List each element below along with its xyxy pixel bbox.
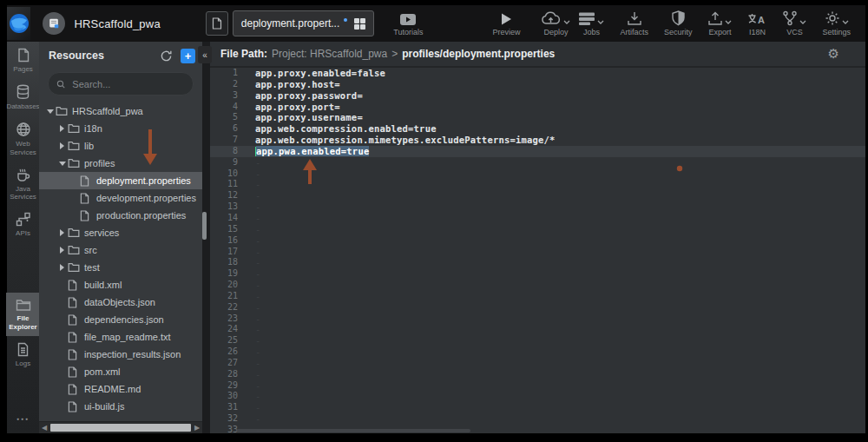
scrollbar-thumb[interactable] xyxy=(50,424,191,432)
i18n-button[interactable]: A I18N xyxy=(740,10,774,36)
sidebar-item-logs[interactable]: Logs xyxy=(6,336,40,373)
sidebar-item-databases[interactable]: Databases xyxy=(6,78,40,115)
tree-item-i18n[interactable]: i18n xyxy=(39,120,202,137)
tree-item-lib[interactable]: lib xyxy=(39,137,202,155)
settings-button[interactable]: Settings xyxy=(814,10,858,36)
sidebar-item-java-services[interactable]: Java Services xyxy=(6,162,40,206)
search-input[interactable] xyxy=(70,78,185,90)
tree-item-test[interactable]: test xyxy=(39,259,202,276)
collapse-panel-button[interactable]: « xyxy=(198,46,212,63)
code-line-4[interactable]: 4app.proxy.port= xyxy=(210,102,865,113)
artifacts-button[interactable]: Artifacts xyxy=(612,10,656,36)
code-line-28[interactable]: 28- xyxy=(210,369,865,380)
code-line-17[interactable]: 17- xyxy=(210,247,865,258)
code-line-20[interactable]: 20- xyxy=(210,280,865,291)
tree-item-services[interactable]: services xyxy=(39,224,202,241)
tree-item-deployment-properties[interactable]: deployment.properties xyxy=(39,172,202,189)
chevron-right-icon[interactable] xyxy=(56,125,68,132)
code-line-31[interactable]: 31- xyxy=(210,402,865,413)
code-line-12[interactable]: 12- xyxy=(210,190,865,201)
preview-button[interactable]: Preview xyxy=(492,10,520,36)
code-line-15[interactable]: 15- xyxy=(210,224,865,235)
code-line-8[interactable]: 8app.pwa.enabled=true xyxy=(210,146,865,157)
grid-icon[interactable] xyxy=(354,18,365,30)
code-line-24[interactable]: 24- xyxy=(210,324,865,335)
deploy-button[interactable]: Deploy xyxy=(541,10,570,36)
code-line-23[interactable]: 23- xyxy=(210,313,865,325)
project-switcher[interactable]: HRScaffold_pwa xyxy=(43,12,160,35)
tree-item-pom-xml[interactable]: pom.xml xyxy=(39,363,202,380)
code-line-11[interactable]: 11- xyxy=(210,179,865,190)
code-editor[interactable]: 1app.proxy.enabled=false2app.proxy.host=… xyxy=(210,68,865,433)
resources-horizontal-scrollbar[interactable]: ◀ ▶ xyxy=(39,421,202,433)
export-button[interactable]: Export xyxy=(700,10,740,36)
tree-item-inspection-results-json[interactable]: inspection_results.json xyxy=(39,346,202,363)
chevron-right-icon[interactable] xyxy=(56,247,68,254)
code-line-7[interactable]: 7app.web.compression.mimetypes.excludePa… xyxy=(210,135,865,146)
tree-item-ui-build-js[interactable]: ui-build.js xyxy=(39,398,202,415)
code-line-25[interactable]: 25- xyxy=(210,335,865,346)
panel-divider[interactable]: « xyxy=(202,42,210,433)
resource-search[interactable] xyxy=(48,72,194,96)
chevron-down-icon[interactable] xyxy=(56,162,68,166)
code-line-3[interactable]: 3app.proxy.password= xyxy=(210,90,865,102)
jobs-button[interactable]: Jobs xyxy=(570,10,612,36)
code-line-1[interactable]: 1app.proxy.enabled=false xyxy=(210,68,865,79)
ellipsis-icon[interactable]: ●●● xyxy=(16,416,30,421)
toolbar-label: Artifacts xyxy=(620,28,648,36)
tree-item-production-properties[interactable]: production.properties xyxy=(39,207,202,224)
code-line-5[interactable]: 5app.proxy.username= xyxy=(210,112,865,123)
tree-item-src[interactable]: src xyxy=(39,241,202,259)
code-line-14[interactable]: 14- xyxy=(210,213,865,224)
tree-item-build-xml[interactable]: build.xml xyxy=(39,276,202,294)
code-line-26[interactable]: 26- xyxy=(210,346,865,358)
code-line-21[interactable]: 21- xyxy=(210,291,865,302)
open-file-tab[interactable]: deployment.propert... xyxy=(233,10,374,36)
code-line-22[interactable]: 22- xyxy=(210,302,865,313)
code-line-10[interactable]: 10- xyxy=(210,168,865,180)
line-number: 27 xyxy=(210,358,244,369)
editor-settings-gear-icon[interactable]: ⚙ xyxy=(828,46,839,62)
code-line-16[interactable]: 16- xyxy=(210,235,865,247)
file-tab-doc-icon-button[interactable] xyxy=(206,11,228,36)
code-line-30[interactable]: 30- xyxy=(210,391,865,402)
folder-icon xyxy=(68,158,81,168)
code-line-32[interactable]: 32- xyxy=(210,413,865,425)
tutorials-button[interactable]: Tutorials xyxy=(393,10,423,36)
code-line-18[interactable]: 18- xyxy=(210,257,865,268)
tree-item-dataobjects-json[interactable]: dataObjects.json xyxy=(39,294,202,311)
tree-item-profiles[interactable]: profiles xyxy=(39,155,202,172)
code-line-9[interactable]: 9- xyxy=(210,157,865,168)
scroll-right-arrow-icon[interactable]: ▶ xyxy=(192,422,202,433)
tree-item-development-properties[interactable]: development.properties xyxy=(39,189,202,207)
tree-item-hrscaffold-pwa[interactable]: HRScaffold_pwa xyxy=(39,102,202,120)
tree-item-readme-md[interactable]: README.md xyxy=(39,380,202,398)
code-line-6[interactable]: 6app.web.compression.enabled=true xyxy=(210,123,865,135)
chevron-right-icon[interactable] xyxy=(56,142,68,149)
scroll-left-arrow-icon[interactable]: ◀ xyxy=(39,422,49,433)
wavemaker-logo[interactable] xyxy=(7,7,30,40)
editor-horizontal-scrollbar[interactable] xyxy=(236,429,470,432)
line-text: - xyxy=(244,213,261,224)
chevron-right-icon[interactable] xyxy=(56,229,68,236)
sidebar-item-apis[interactable]: APIs xyxy=(6,206,40,242)
chevron-right-icon[interactable] xyxy=(56,264,68,271)
add-resource-button[interactable]: + xyxy=(181,49,195,63)
tree-item-dependencies-json[interactable]: dependencies.json xyxy=(39,311,202,328)
code-line-2[interactable]: 2app.proxy.host= xyxy=(210,79,865,90)
chevron-down-icon[interactable] xyxy=(44,109,56,114)
sidebar-item-pages[interactable]: Pages xyxy=(6,42,40,78)
code-line-13[interactable]: 13- xyxy=(210,201,865,213)
sidebar-item-file-explorer[interactable]: File Explorer xyxy=(6,293,40,335)
security-button[interactable]: Security xyxy=(656,10,700,36)
code-line-27[interactable]: 27- xyxy=(210,358,865,369)
refresh-icon[interactable] xyxy=(160,49,173,63)
vcs-button[interactable]: VCS xyxy=(774,10,814,36)
code-line-29[interactable]: 29- xyxy=(210,380,865,392)
file-icon xyxy=(80,193,93,204)
tree-vertical-scrollbar-thumb[interactable] xyxy=(202,212,207,240)
tree-item-file-map-readme-txt[interactable]: file_map_readme.txt xyxy=(39,328,202,346)
code-line-19[interactable]: 19- xyxy=(210,268,865,280)
line-number: 25 xyxy=(210,335,244,346)
sidebar-item-web-services[interactable]: Web Services xyxy=(6,115,40,161)
